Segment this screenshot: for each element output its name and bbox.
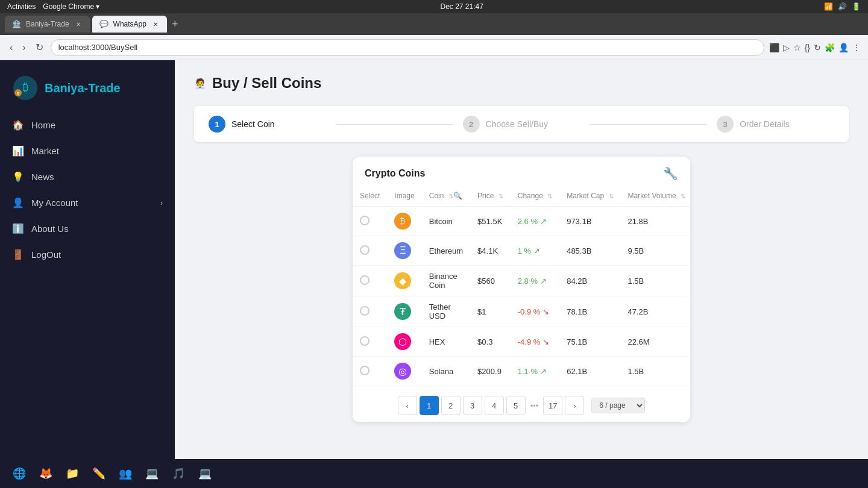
tab-baniya[interactable]: 🏦 Baniya-Trade ✕ <box>5 16 90 33</box>
bookmark-icon[interactable]: ☆ <box>793 43 801 52</box>
step-divider-1 <box>336 124 453 125</box>
radio-bitcoin[interactable] <box>360 216 370 225</box>
new-tab-button[interactable]: + <box>172 18 178 31</box>
sidebar-nav: 🏠 Home 📊 Market 💡 News 👤 My Account › ℹ️… <box>0 113 175 266</box>
col-market-volume[interactable]: Market Volume ⇅ <box>621 186 690 207</box>
tab-whatsapp[interactable]: 💬 WhatsApp ✕ <box>92 16 167 33</box>
col-price[interactable]: Price ⇅ <box>470 186 511 207</box>
page-title: Buy / Sell Coins <box>212 75 321 92</box>
tab-whatsapp-label: WhatsApp <box>113 20 146 28</box>
step-divider-2 <box>590 124 707 125</box>
select-cell-tether-usd[interactable] <box>353 296 387 327</box>
url-bar[interactable] <box>51 39 764 56</box>
table-row[interactable]: ◎ Solana $200.9 1.1 % ↗ 62.1B 1.5B <box>353 357 690 386</box>
coin-name-solana: Solana <box>422 357 470 386</box>
logo-text: Baniya-Trade <box>45 81 121 95</box>
radio-ethereum[interactable] <box>360 245 370 255</box>
select-cell-hex[interactable] <box>353 327 387 357</box>
taskbar-terminal-icon[interactable]: 💻 <box>142 464 162 483</box>
coin-name-binance-coin: Binance Coin <box>422 266 470 296</box>
col-coin[interactable]: Coin ⇅🔍 <box>422 186 470 207</box>
cast-icon[interactable]: ⬛ <box>769 43 779 52</box>
market-volume-sort-icon: ⇅ <box>681 193 685 199</box>
table-row[interactable]: ◆ Binance Coin $560 2.8 % ↗ 84.2B 1.5B <box>353 266 690 296</box>
steps-bar: 1 Select Coin 2 Choose Sell/Buy 3 Order … <box>194 106 849 142</box>
tab-whatsapp-close[interactable]: ✕ <box>151 20 160 28</box>
col-market-cap[interactable]: Market Cap ⇅ <box>559 186 620 207</box>
radio-solana[interactable] <box>360 366 370 375</box>
sidebar-item-about-us[interactable]: ℹ️ About Us <box>5 217 170 240</box>
change-ethereum: 1 % ↗ <box>511 236 559 266</box>
taskbar-teams-icon[interactable]: 👥 <box>116 464 135 483</box>
account-arrow-icon: › <box>160 199 163 207</box>
table-row[interactable]: ⬡ HEX $0.3 -4.9 % ↘ 75.1B 22.6M <box>353 327 690 357</box>
menu-icon[interactable]: ⋮ <box>852 43 861 52</box>
activities-label[interactable]: Activities <box>7 2 36 11</box>
page-header: 🧑‍💼 Buy / Sell Coins <box>194 75 849 92</box>
refresh-icon[interactable]: ↻ <box>814 43 821 52</box>
sidebar-item-market[interactable]: 📊 Market <box>5 139 170 163</box>
col-change[interactable]: Change ⇅ <box>511 186 559 207</box>
extensions-icon[interactable]: 🧩 <box>825 43 835 52</box>
table-row[interactable]: Ξ Ethereum $4.1K 1 % ↗ 485.3B 9.5B <box>353 236 690 266</box>
page-1-button[interactable]: 1 <box>420 396 439 415</box>
code-icon[interactable]: {} <box>805 43 810 52</box>
page-3-button[interactable]: 3 <box>463 396 482 415</box>
taskbar-vscode-icon[interactable]: 💻 <box>195 464 215 483</box>
select-cell-bitcoin[interactable] <box>353 207 387 236</box>
step-3-num: 3 <box>717 116 734 133</box>
taskbar-firefox-icon[interactable]: 🦊 <box>36 464 55 483</box>
page-5-button[interactable]: 5 <box>506 396 526 415</box>
taskbar-chrome-icon[interactable]: 🌐 <box>10 464 29 483</box>
tab-baniya-favicon: 🏦 <box>12 20 21 28</box>
col-select: Select <box>353 186 387 207</box>
image-cell-binance-coin: ◆ <box>387 266 421 296</box>
taskbar-files-icon[interactable]: 📁 <box>63 464 82 483</box>
card-settings-icon[interactable]: 🔧 <box>663 166 678 181</box>
radio-tether-usd[interactable] <box>360 306 370 316</box>
sidebar-item-market-label: Market <box>31 146 59 156</box>
radio-binance-coin[interactable] <box>360 275 370 285</box>
market-cap-bitcoin: 973.1B <box>559 207 620 236</box>
sidebar-item-my-account[interactable]: 👤 My Account › <box>5 191 170 214</box>
forward-button[interactable]: › <box>20 40 28 55</box>
coin-img-bitcoin: ₿ <box>394 213 411 230</box>
logout-icon: 🚪 <box>12 249 24 260</box>
chrome-label: Google Chrome ▾ <box>43 2 99 11</box>
select-cell-ethereum[interactable] <box>353 236 387 266</box>
taskbar-vlc-icon[interactable]: 🎵 <box>169 464 188 483</box>
profile-icon[interactable]: 👤 <box>838 43 849 52</box>
price-sort-icon: ⇅ <box>498 193 503 199</box>
page-17-button[interactable]: 17 <box>543 396 562 415</box>
page-4-button[interactable]: 4 <box>485 396 504 415</box>
page-2-button[interactable]: 2 <box>441 396 461 415</box>
select-cell-binance-coin[interactable] <box>353 266 387 296</box>
volume-icon: 🔊 <box>838 2 847 11</box>
image-cell-solana: ◎ <box>387 357 421 386</box>
tab-baniya-close[interactable]: ✕ <box>74 20 83 28</box>
sidebar-item-logout[interactable]: 🚪 LogOut <box>5 243 170 266</box>
play-icon[interactable]: ▷ <box>783 43 790 52</box>
table-row[interactable]: ₮ Tether USD $1 -0.9 % ↘ 78.1B 47.2B <box>353 296 690 327</box>
coin-img-ethereum: Ξ <box>394 242 411 259</box>
change-binance-coin: 2.8 % ↗ <box>511 266 559 296</box>
page-next-button[interactable]: › <box>565 396 584 415</box>
back-button[interactable]: ‹ <box>7 40 15 55</box>
crypto-table: Select Image Coin ⇅🔍 Price ⇅ Change ⇅ Ma… <box>353 186 690 386</box>
sidebar-item-home[interactable]: 🏠 Home <box>5 113 170 137</box>
sidebar-item-news-label: News <box>31 172 54 182</box>
coin-search-icon[interactable]: 🔍 <box>453 192 462 200</box>
per-page-select[interactable]: 6 / page 10 / page 20 / page <box>591 398 645 413</box>
market-volume-ethereum: 9.5B <box>621 236 690 266</box>
nav-bar: ‹ › ↻ ⬛ ▷ ☆ {} ↻ 🧩 👤 ⋮ <box>0 35 868 60</box>
market-cap-binance-coin: 84.2B <box>559 266 620 296</box>
col-image: Image <box>387 186 421 207</box>
page-prev-button[interactable]: ‹ <box>398 396 417 415</box>
taskbar-editor-icon[interactable]: ✏️ <box>89 464 108 483</box>
table-row[interactable]: ₿ Bitcoin $51.5K 2.6 % ↗ 973.1B 21.8B <box>353 207 690 236</box>
card-title: Crypto Coins <box>365 168 425 179</box>
sidebar-item-news[interactable]: 💡 News <box>5 165 170 189</box>
select-cell-solana[interactable] <box>353 357 387 386</box>
reload-button[interactable]: ↻ <box>33 39 46 55</box>
radio-hex[interactable] <box>360 336 370 346</box>
